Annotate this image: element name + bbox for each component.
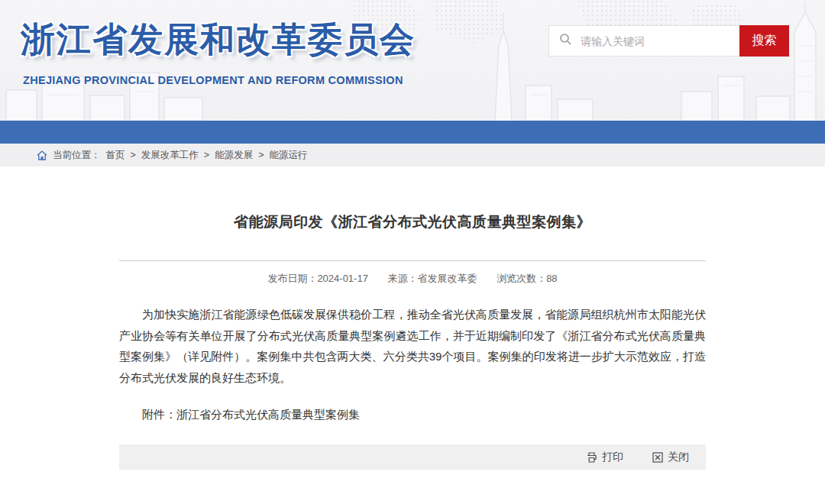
print-button[interactable]: 打印 — [581, 450, 628, 465]
attachment-label: 附件： — [142, 408, 176, 421]
close-label: 关闭 — [668, 451, 689, 464]
breadcrumb-label: 当前位置： — [53, 149, 101, 162]
article-toolbar: 打印 关闭 — [119, 444, 706, 470]
search-box: 搜索 — [548, 25, 789, 57]
attachment-row: 附件：浙江省分布式光伏高质量典型案例集 — [119, 408, 706, 422]
article-source: 来源：省发展改革委 — [388, 273, 477, 284]
site-header: 浙江省发展和改革委员会 ZHEJIANG PROVINCIAL DEVELOPM… — [0, 0, 825, 121]
site-logo-title[interactable]: 浙江省发展和改革委员会 — [21, 17, 416, 63]
breadcrumb-item-energy-dev[interactable]: 能源发展 — [215, 149, 253, 162]
article-body-paragraph: 为加快实施浙江省能源绿色低碳发展保供稳价工程，推动全省光伏高质量发展，省能源局组… — [119, 304, 706, 388]
main-nav-bar — [0, 121, 825, 144]
title-divider — [119, 260, 706, 261]
breadcrumb-item-energy-ops[interactable]: 能源运行 — [269, 149, 307, 162]
close-box-icon — [652, 452, 663, 463]
main-content: 省能源局印发《浙江省分布式光伏高质量典型案例集》 发布日期：2024-01-17… — [0, 166, 825, 504]
close-button[interactable]: 关闭 — [648, 450, 694, 465]
breadcrumb-separator: > — [258, 150, 264, 160]
view-count: 浏览次数：88 — [497, 273, 557, 284]
search-input[interactable] — [579, 26, 739, 56]
printer-icon — [586, 452, 597, 463]
search-field — [549, 26, 739, 56]
article-meta: 发布日期：2024-01-17 来源：省发展改革委 浏览次数：88 — [119, 272, 706, 286]
breadcrumb-separator: > — [204, 150, 209, 160]
publish-date: 发布日期：2024-01-17 — [267, 273, 368, 284]
site-title-english: ZHEJIANG PROVINCIAL DEVELOPMENT AND REFO… — [23, 74, 403, 86]
breadcrumb-separator: > — [131, 150, 136, 160]
breadcrumb-item-reform-work[interactable]: 发展改革工作 — [141, 149, 199, 162]
search-icon — [559, 33, 572, 49]
breadcrumb: 当前位置： 首页 > 发展改革工作 > 能源发展 > 能源运行 — [0, 144, 825, 166]
home-icon — [37, 150, 47, 160]
attachment-link[interactable]: 浙江省分布式光伏高质量典型案例集 — [176, 408, 360, 421]
print-label: 打印 — [602, 451, 623, 464]
breadcrumb-item-home[interactable]: 首页 — [106, 149, 125, 162]
page-title: 省能源局印发《浙江省分布式光伏高质量典型案例集》 — [119, 166, 706, 232]
search-button[interactable]: 搜索 — [739, 25, 789, 57]
